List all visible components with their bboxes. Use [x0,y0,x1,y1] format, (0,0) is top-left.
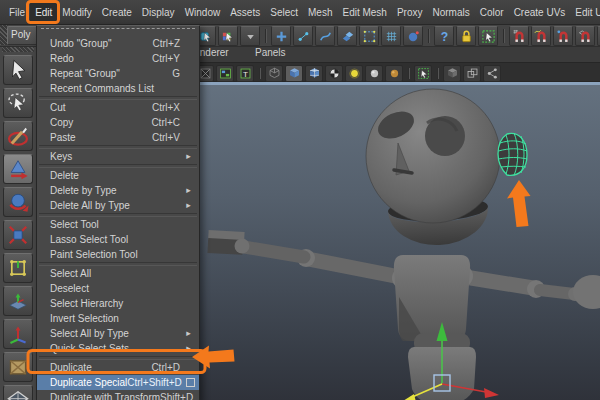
component-points-icon[interactable] [293,26,313,46]
menubar-item-create[interactable]: Create [97,1,137,24]
selection-highlight-icon[interactable] [414,65,432,82]
overlap-squares-icon[interactable] [463,65,481,82]
viewport-scene[interactable] [200,85,600,400]
mask-dropdown-icon[interactable] [240,26,260,46]
menubar-item-mesh[interactable]: Mesh [303,1,337,24]
component-misc-icon[interactable] [403,26,423,46]
highlight-active-selection-icon[interactable] [478,26,498,46]
lasso-select-tool-icon[interactable] [3,88,33,118]
svg-text:?: ? [440,30,447,44]
menu-item-recent-commands-list[interactable]: Recent Commands List [37,81,199,96]
menubar-item-edit[interactable]: Edit [30,1,57,24]
robot-head[interactable] [366,89,500,223]
textured-cube-icon[interactable] [305,65,323,82]
light-gold-icon[interactable] [385,65,403,82]
menu-item-label: Recent Commands List [50,83,154,94]
text-gate-icon[interactable]: T [236,65,254,82]
selected-ear-wireframe[interactable] [498,133,527,176]
menu-item-delete-by-type[interactable]: Delete by Type▸ [37,183,199,198]
checker-sphere-icon[interactable] [325,65,343,82]
menubar-item-proxy[interactable]: Proxy [392,1,428,24]
menubar-item-file[interactable]: File [4,1,30,24]
select-tool-icon[interactable] [3,55,33,85]
shaded-cube-icon[interactable] [285,65,303,82]
menu-item-duplicate[interactable]: DuplicateCtrl+D [37,360,199,375]
menubar-item-edit-mesh[interactable]: Edit Mesh [337,1,391,24]
show-manipulator-tool-icon[interactable] [3,319,33,349]
menubar-item-color[interactable]: Color [475,1,509,24]
single-pane-layout-icon[interactable] [3,385,33,400]
menu-item-label: Paint Selection Tool [50,249,138,260]
edit-menu-dropdown: Undo "Group"Ctrl+ZRedoCtrl+YRepeat "Grou… [36,25,200,400]
option-box-icon[interactable] [186,378,195,387]
menubar-item-modify[interactable]: Modify [57,1,96,24]
menu-item-label: Lasso Select Tool [50,234,128,245]
manipulator-x-arrow[interactable] [484,388,499,398]
scale-tool-icon[interactable] [3,220,33,250]
menu-item-select-all[interactable]: Select All [37,266,199,281]
rotate-tool-icon[interactable] [3,187,33,217]
menu-item-select-all-by-type[interactable]: Select All by Type▸ [37,326,199,341]
help-highlight-icon[interactable]: ? [434,26,454,46]
menu-item-delete[interactable]: Delete [37,168,199,183]
menu-item-duplicate-with-transform[interactable]: Duplicate with TransformShift+D [37,390,199,400]
component-curves-icon[interactable] [315,26,335,46]
move-tool-icon[interactable] [3,154,33,184]
menu-item-select-hierarchy[interactable]: Select Hierarchy [37,296,199,311]
light-white-icon[interactable] [365,65,383,82]
menu-tearoff-handle[interactable] [41,28,195,35]
menu-item-invert-selection[interactable]: Invert Selection [37,311,199,326]
menu-item-keys[interactable]: Keys▸ [37,149,199,164]
menu-item-delete-all-by-type[interactable]: Delete All by Type▸ [37,198,199,213]
snap-to-planes-icon[interactable] [575,26,595,46]
menu-item-paste[interactable]: PasteCtrl+V [37,130,199,145]
menubar-item-display[interactable]: Display [137,1,180,24]
svg-text:T: T [243,69,248,78]
menu-item-repeat-group[interactable]: Repeat "Group"G [37,66,199,81]
paint-select-tool-icon[interactable] [3,121,33,151]
component-lattices-icon[interactable] [381,26,401,46]
menu-item-quick-select-sets[interactable]: Quick Select Sets▸ [37,341,199,356]
select-object-mode-icon[interactable] [218,26,238,46]
component-hulls-icon[interactable] [359,26,379,46]
menu-item-deselect[interactable]: Deselect [37,281,199,296]
snap-to-grids-icon[interactable] [509,26,529,46]
menubar-item-window[interactable]: Window [180,1,226,24]
menu-item-paint-selection-tool[interactable]: Paint Selection Tool [37,247,199,262]
menu-item-lasso-select-tool[interactable]: Lasso Select Tool [37,232,199,247]
last-tool-box-icon[interactable] [3,352,33,382]
component-faces-icon[interactable] [337,26,357,46]
dark-cube-icon[interactable] [443,65,461,82]
menu-item-redo[interactable]: RedoCtrl+Y [37,51,199,66]
menu-item-cut[interactable]: CutCtrl+X [37,100,199,115]
main-menubar: FileEditModifyCreateDisplayWindowAssetsS… [0,0,600,25]
manipulator-z-arrow[interactable] [403,394,416,400]
submenu-arrow-icon: ▸ [182,327,195,340]
menu-item-copy[interactable]: CopyCtrl+C [37,115,199,130]
film-grid-icon[interactable] [216,65,234,82]
menu-item-label: Duplicate Special [50,377,127,388]
universal-manipulator-tool-icon[interactable] [3,253,33,283]
component-plus-icon[interactable] [271,26,291,46]
menubar-item-edit-uvs[interactable]: Edit UVs [570,1,600,24]
snap-to-points-icon[interactable] [553,26,573,46]
menubar-item-create-uvs[interactable]: Create UVs [509,1,571,24]
soft-modification-tool-icon[interactable] [3,286,33,316]
menu-item-undo-group[interactable]: Undo "Group"Ctrl+Z [37,36,199,51]
menu-item-label: Redo [50,53,74,64]
menubar-item-normals[interactable]: Normals [428,1,475,24]
menu-item-label: Select Tool [50,219,99,230]
snap-to-curves-icon[interactable] [531,26,551,46]
robot-character[interactable] [207,89,600,400]
menubar-item-select[interactable]: Select [265,1,303,24]
lock-selection-icon[interactable] [456,26,476,46]
menubar-item-assets[interactable]: Assets [225,1,265,24]
menu-item-label: Select All [50,268,91,279]
menu-item-select-tool[interactable]: Select Tool [37,217,199,232]
share-nodes-icon[interactable] [483,65,501,82]
panel-menu-panels[interactable]: Panels [255,47,286,58]
menu-item-duplicate-special[interactable]: Duplicate SpecialCtrl+Shift+D [37,375,199,390]
light-yellow-icon[interactable] [345,65,363,82]
toolbox-drag-handle[interactable] [2,47,34,52]
wireframe-cube-icon[interactable] [265,65,283,82]
